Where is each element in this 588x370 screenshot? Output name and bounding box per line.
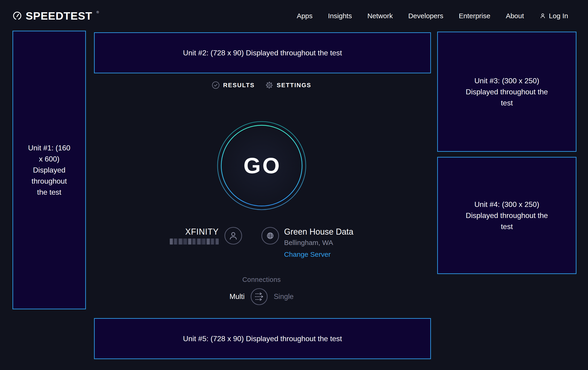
ad-unit-1-text: Unit #1: (160 x 600) Displayed throughou… bbox=[26, 142, 73, 198]
login-label: Log In bbox=[549, 12, 568, 20]
ad-unit-1: Unit #1: (160 x 600) Displayed throughou… bbox=[12, 31, 86, 309]
gauge-icon bbox=[12, 11, 22, 20]
isp-name: XFINITY bbox=[170, 227, 219, 237]
nav-item-network[interactable]: Network bbox=[368, 12, 393, 20]
connections-option-multi[interactable]: Multi bbox=[230, 292, 245, 301]
globe-icon bbox=[261, 227, 279, 245]
speedtest-logo[interactable]: SPEEDTEST ® bbox=[12, 10, 99, 22]
go-button-area: GO bbox=[86, 121, 437, 210]
ad-unit-5: Unit #5: (728 x 90) Displayed throughout… bbox=[94, 318, 431, 359]
gear-icon bbox=[265, 81, 273, 89]
tab-settings-label: SETTINGS bbox=[277, 82, 311, 89]
go-button[interactable]: GO bbox=[217, 121, 306, 210]
top-nav: SPEEDTEST ® Apps Insights Network Develo… bbox=[0, 0, 588, 32]
ad-unit-5-text: Unit #5: (728 x 90) Displayed throughout… bbox=[183, 333, 342, 344]
ad-unit-4: Unit #4: (300 x 250) Displayed throughou… bbox=[437, 157, 577, 274]
ad-unit-4-text: Unit #4: (300 x 250) Displayed throughou… bbox=[461, 199, 553, 232]
check-circle-icon bbox=[212, 81, 220, 89]
change-server-link[interactable]: Change Server bbox=[284, 250, 353, 258]
nav-item-about[interactable]: About bbox=[506, 12, 524, 20]
go-button-label: GO bbox=[242, 153, 281, 178]
brand-name: SPEEDTEST bbox=[26, 10, 92, 22]
connections-toggle-row: Multi Single bbox=[86, 288, 437, 305]
multi-connection-arrows-icon bbox=[250, 288, 268, 305]
connections-toggle[interactable] bbox=[250, 288, 268, 305]
ad-unit-3-text: Unit #3: (300 x 250) Displayed throughou… bbox=[461, 75, 553, 109]
speedtest-page: SPEEDTEST ® Apps Insights Network Develo… bbox=[0, 0, 588, 370]
server-info: Green House Data Bellingham, WA Change S… bbox=[261, 227, 353, 258]
connections-label: Connections bbox=[86, 276, 437, 283]
isp-info: XFINITY bbox=[170, 227, 242, 245]
ad-unit-3: Unit #3: (300 x 250) Displayed throughou… bbox=[437, 32, 577, 152]
isp-text-block: XFINITY bbox=[170, 227, 219, 245]
view-tabs: RESULTS SETTINGS bbox=[86, 81, 437, 89]
ad-unit-2: Unit #2: (728 x 90) Displayed throughout… bbox=[94, 32, 431, 73]
user-icon bbox=[539, 13, 546, 19]
nav-links: Apps Insights Network Developers Enterpr… bbox=[297, 12, 568, 20]
login-button[interactable]: Log In bbox=[539, 12, 568, 20]
server-text-block: Green House Data Bellingham, WA Change S… bbox=[284, 227, 353, 258]
isp-detail-redacted bbox=[170, 239, 219, 245]
tab-results[interactable]: RESULTS bbox=[212, 81, 255, 89]
connections-option-single[interactable]: Single bbox=[274, 292, 294, 301]
brand-trademark: ® bbox=[96, 10, 99, 14]
tab-results-label: RESULTS bbox=[223, 82, 255, 89]
ad-unit-2-text: Unit #2: (728 x 90) Displayed throughout… bbox=[183, 47, 342, 58]
nav-item-insights[interactable]: Insights bbox=[328, 12, 352, 20]
connections-section: Connections Multi Single bbox=[86, 276, 437, 305]
connection-info: XFINITY bbox=[86, 227, 437, 258]
nav-item-developers[interactable]: Developers bbox=[408, 12, 443, 20]
nav-item-apps[interactable]: Apps bbox=[297, 12, 313, 20]
tab-settings[interactable]: SETTINGS bbox=[265, 81, 311, 89]
nav-item-enterprise[interactable]: Enterprise bbox=[459, 12, 490, 20]
isp-user-icon bbox=[224, 227, 242, 245]
server-location: Bellingham, WA bbox=[284, 239, 353, 247]
server-name: Green House Data bbox=[284, 227, 353, 237]
